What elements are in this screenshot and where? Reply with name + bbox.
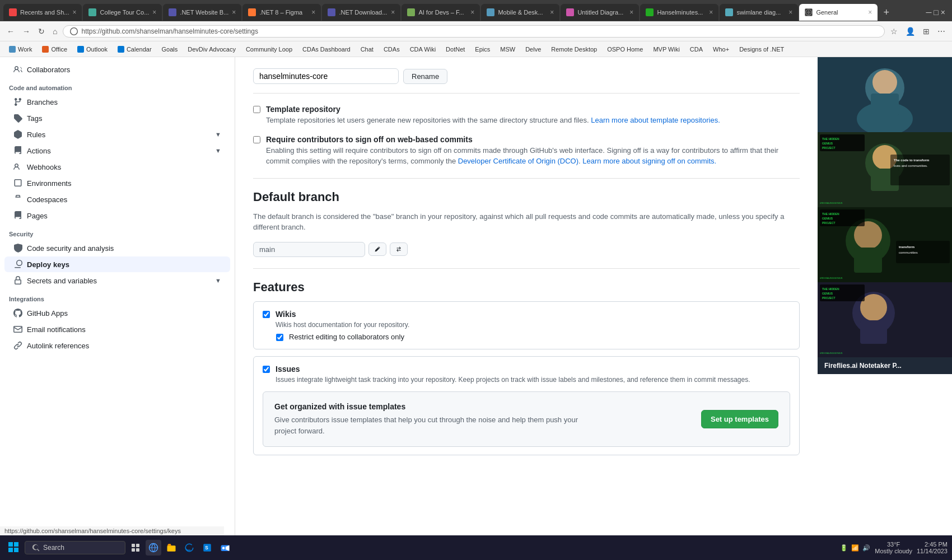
forward-button[interactable]: → bbox=[20, 25, 32, 38]
bookmark-button[interactable]: ☆ bbox=[888, 25, 900, 38]
branch-name-input[interactable] bbox=[253, 242, 365, 257]
start-button[interactable] bbox=[4, 539, 22, 557]
template-repo-checkbox[interactable] bbox=[253, 106, 260, 113]
search-label: Search bbox=[43, 544, 64, 552]
bookmark-community[interactable]: Community Loop bbox=[241, 45, 297, 54]
bookmark-who[interactable]: Who+ bbox=[708, 45, 734, 54]
bookmark-devdiv[interactable]: DevDiv Advocacy bbox=[183, 45, 240, 54]
sidebar-item-rules[interactable]: Rules ▼ bbox=[4, 127, 230, 142]
rename-button[interactable]: Rename bbox=[403, 69, 447, 84]
learn-more-signoff-link[interactable]: Learn more about signing off on commits. bbox=[582, 157, 716, 165]
rules-icon bbox=[13, 130, 22, 139]
sidebar-item-email-notifications[interactable]: Email notifications bbox=[4, 321, 230, 337]
sidebar-item-code-security[interactable]: Code security and analysis bbox=[4, 240, 230, 256]
bookmark-cda-wiki[interactable]: CDA Wiki bbox=[405, 45, 440, 54]
sidebar-item-actions[interactable]: Actions ▼ bbox=[4, 143, 230, 158]
sidebar-item-github-apps[interactable]: GitHub Apps bbox=[4, 305, 230, 321]
issues-row: Issues Issues integrate lightweight task… bbox=[263, 365, 790, 385]
setup-templates-button[interactable]: Set up templates bbox=[701, 410, 778, 428]
reload-button[interactable]: ↻ bbox=[36, 25, 47, 38]
tab-diagram[interactable]: Untitled Diagra... × bbox=[561, 4, 639, 21]
right-panel: THE HIDDEN GENIUS PROJECT The code to tr… bbox=[818, 57, 952, 560]
minimize-button[interactable]: ─ bbox=[926, 8, 931, 17]
restrict-editing-checkbox[interactable] bbox=[276, 334, 283, 341]
secrets-label: Secrets and variables bbox=[27, 277, 211, 285]
profile-button[interactable]: 👤 bbox=[903, 25, 917, 38]
sidebar-item-codespaces[interactable]: Codespaces bbox=[4, 192, 230, 207]
actions-icon bbox=[13, 146, 22, 155]
browser-taskbar-icon[interactable] bbox=[146, 540, 161, 556]
bookmark-dotnet[interactable]: DotNet bbox=[441, 45, 469, 54]
issues-desc: Issues integrate lightweight task tracki… bbox=[276, 375, 750, 385]
tab-figma[interactable]: .NET 8 – Figma × bbox=[242, 4, 321, 21]
bookmark-work[interactable]: Work bbox=[4, 45, 36, 54]
repo-name-input[interactable] bbox=[253, 68, 399, 84]
edge-icon[interactable] bbox=[181, 540, 197, 556]
codespaces-label: Codespaces bbox=[27, 195, 221, 204]
bookmark-epics[interactable]: Epics bbox=[470, 45, 494, 54]
tab-swimlane[interactable]: swimlane diag... × bbox=[720, 4, 798, 21]
maximize-button[interactable]: □ bbox=[934, 8, 938, 17]
ms-store-icon[interactable]: S bbox=[199, 540, 215, 556]
bookmark-delve[interactable]: Delve bbox=[521, 45, 545, 54]
file-explorer-icon[interactable] bbox=[164, 540, 179, 556]
bookmark-chat[interactable]: Chat bbox=[356, 45, 378, 54]
bookmark-designs[interactable]: Designs of .NET bbox=[735, 45, 788, 54]
extensions-button[interactable]: ⊞ bbox=[921, 25, 932, 38]
github-apps-label: GitHub Apps bbox=[27, 309, 221, 318]
sidebar-item-secrets[interactable]: Secrets and variables ▼ bbox=[4, 273, 230, 288]
bookmark-msw[interactable]: MSW bbox=[496, 45, 520, 54]
sidebar-item-deploy-keys[interactable]: Deploy keys bbox=[4, 256, 230, 272]
back-button[interactable]: ← bbox=[4, 25, 17, 38]
close-button[interactable]: × bbox=[941, 8, 945, 17]
bookmark-cda2[interactable]: CDA bbox=[685, 45, 707, 54]
bookmark-calendar[interactable]: Calendar bbox=[113, 45, 156, 54]
sidebar-item-environments[interactable]: Environments bbox=[4, 175, 230, 191]
bookmark-work-label: Work bbox=[18, 46, 32, 53]
tab-hanselminutes[interactable]: Hanselminutes... × bbox=[640, 4, 718, 21]
new-tab-button[interactable]: + bbox=[879, 7, 894, 18]
integrations-section: Integrations bbox=[0, 289, 235, 305]
environments-label: Environments bbox=[27, 179, 221, 188]
bookmarks-bar: Work Office Outlook Calendar Goals DevDi… bbox=[0, 41, 952, 57]
bookmark-goals[interactable]: Goals bbox=[157, 45, 183, 54]
switch-branch-button[interactable] bbox=[390, 242, 408, 256]
tab-dotnet-website[interactable]: .NET Website B... × bbox=[163, 4, 241, 21]
email-notifications-label: Email notifications bbox=[27, 325, 221, 334]
bookmark-office[interactable]: Office bbox=[38, 45, 72, 54]
bookmark-outlook[interactable]: Outlook bbox=[73, 45, 112, 54]
home-button[interactable]: ⌂ bbox=[50, 25, 59, 38]
sidebar-item-pages[interactable]: Pages bbox=[4, 208, 230, 223]
svg-text:#REVEALINGGENIUS: #REVEALINGGENIUS bbox=[820, 352, 843, 354]
sidebar-item-autolink[interactable]: Autolink references bbox=[4, 338, 230, 353]
sidebar-item-webhooks[interactable]: Webhooks bbox=[4, 159, 230, 175]
tab-general[interactable]: General × bbox=[799, 4, 878, 21]
temperature: 33°F bbox=[875, 541, 912, 548]
sidebar-item-collaborators[interactable]: Collaborators bbox=[4, 62, 230, 77]
menu-button[interactable]: ⋯ bbox=[935, 25, 948, 38]
tab-mobile[interactable]: Mobile & Desk... × bbox=[481, 4, 559, 21]
tab-ai-devs[interactable]: AI for Devs – F... × bbox=[402, 4, 480, 21]
repo-name-row: Rename bbox=[253, 68, 800, 94]
bookmark-remote[interactable]: Remote Desktop bbox=[547, 45, 601, 54]
issues-checkbox[interactable] bbox=[263, 366, 270, 373]
zoom-icon[interactable] bbox=[217, 540, 233, 556]
tab-college[interactable]: College Tour Co... × bbox=[83, 4, 162, 21]
dco-link[interactable]: Developer Certificate of Origin (DCO) bbox=[458, 157, 578, 165]
address-bar[interactable]: https://github.com/shanselman/hanselminu… bbox=[63, 25, 885, 38]
sidebar-item-branches[interactable]: Branches bbox=[4, 94, 230, 110]
taskbar-search[interactable]: Search bbox=[25, 541, 125, 554]
bookmark-mvp[interactable]: MVP Wiki bbox=[648, 45, 684, 54]
tab-recents[interactable]: Recents and Sh... × bbox=[3, 4, 82, 21]
tab-dotnet-download[interactable]: .NET Download... × bbox=[322, 4, 400, 21]
require-signoff-checkbox[interactable] bbox=[253, 136, 260, 143]
sidebar-item-tags[interactable]: Tags bbox=[4, 110, 230, 126]
bookmark-cdas-dashboard[interactable]: CDAs Dashboard bbox=[298, 45, 355, 54]
bookmark-cdas[interactable]: CDAs bbox=[379, 45, 404, 54]
template-repo-desc: Template repositories let users generate… bbox=[266, 115, 720, 126]
bookmark-ospo[interactable]: OSPO Home bbox=[603, 45, 647, 54]
template-repo-link[interactable]: Learn more about template repositories. bbox=[591, 116, 720, 124]
wikis-checkbox[interactable] bbox=[263, 311, 270, 318]
task-view-button[interactable] bbox=[128, 540, 143, 556]
edit-branch-button[interactable] bbox=[368, 242, 386, 256]
